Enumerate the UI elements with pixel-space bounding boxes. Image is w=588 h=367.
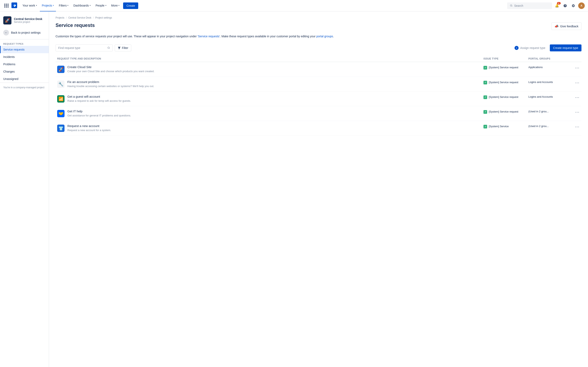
settings-button[interactable] <box>570 2 577 9</box>
row-title[interactable]: Create Cloud Site <box>67 65 154 69</box>
search-box[interactable] <box>507 2 552 9</box>
create-button[interactable]: Create <box>123 2 138 9</box>
project-icon: 🚀 <box>3 16 11 25</box>
issue-type-badge: ✓ <box>484 66 487 69</box>
sidebar-project-type: Service project <box>14 21 42 24</box>
apps-grid-icon <box>4 4 9 8</box>
sidebar-item-label: Service requests <box>3 48 25 51</box>
row-description: Get assistance for general IT problems a… <box>67 114 131 117</box>
row-description: Raise a request to ask for temp wifi acc… <box>67 99 131 103</box>
portal-groups-link[interactable]: portal groups <box>316 35 333 38</box>
row-more-button[interactable]: ··· <box>573 95 581 100</box>
breadcrumb-central-service-desk[interactable]: Central Service Desk <box>68 16 91 19</box>
sidebar-item-incidents[interactable]: Incidents <box>0 53 49 60</box>
assign-request-type-button[interactable]: i Assign request type <box>512 44 548 52</box>
help-icon <box>563 4 567 8</box>
nav-people[interactable]: People ▾ <box>94 0 108 11</box>
row-main: 🤝 Get IT help Get assistance for general… <box>56 109 484 117</box>
nav-filters[interactable]: Filters ▾ <box>57 0 70 11</box>
sidebar-item-unassigned[interactable]: Unassigned <box>0 75 49 83</box>
table-row: 🚀 Create Cloud Site Create your own Clou… <box>56 62 581 77</box>
top-navigation: Your work ▾ Projects ▾ Filters ▾ Dashboa… <box>0 0 588 11</box>
search-input[interactable] <box>514 4 549 7</box>
sidebar-project-info: Central Service Desk Service project <box>14 17 42 24</box>
row-icon: 🔧 <box>57 81 65 88</box>
back-to-project-settings[interactable]: ← Back to project settings <box>0 28 49 38</box>
row-description: Request a new account for a system. <box>67 128 111 132</box>
sidebar-item-label: Problems <box>3 63 15 66</box>
create-request-type-button[interactable]: Create request type <box>550 44 581 51</box>
col-header-issue-type: Issue type <box>484 57 528 60</box>
sidebar-project-header: 🚀 Central Service Desk Service project <box>0 15 49 28</box>
nav-more[interactable]: More ▾ <box>109 0 122 11</box>
sidebar-bottom-text: You're in a company-managed project <box>0 83 49 92</box>
find-request-type-input-wrapper[interactable] <box>56 44 113 51</box>
give-feedback-button[interactable]: 📣 Give feedback <box>552 22 582 30</box>
jira-logo[interactable] <box>11 2 17 9</box>
portal-groups-cell: (Used in 2 grou... <box>528 109 573 113</box>
service-requests-link[interactable]: 'Service requests' <box>198 35 220 38</box>
sidebar-project-name: Central Service Desk <box>14 17 42 21</box>
notifications-button[interactable]: 🔔 9+ <box>554 2 560 9</box>
breadcrumb: Projects / Central Service Desk / Projec… <box>56 16 581 19</box>
row-description: Create your own Cloud Site and choose wh… <box>67 69 154 73</box>
info-icon: i <box>515 46 519 50</box>
breadcrumb-projects[interactable]: Projects <box>56 16 64 19</box>
topnav-right: 🔔 9+ A <box>507 2 585 9</box>
chevron-down-icon: ▾ <box>90 4 91 7</box>
notification-badge: 9+ <box>557 2 561 4</box>
portal-groups-cell: (Used in 2 grou... <box>528 124 573 128</box>
sidebar-divider <box>0 39 49 39</box>
issue-type-badge: ✓ <box>484 125 487 128</box>
table-row: 🤝 Get IT help Get assistance for general… <box>56 106 581 121</box>
back-arrow-icon: ← <box>3 30 9 35</box>
row-more-button[interactable]: ··· <box>573 109 581 115</box>
sidebar-item-problems[interactable]: Problems <box>0 60 49 68</box>
issue-type-cell: ✓ [System] Service <box>484 124 528 128</box>
row-title[interactable]: Get a guest wifi account <box>67 95 131 98</box>
row-icon: 🤝 <box>57 110 65 117</box>
row-icon: 🚀 <box>57 66 65 73</box>
breadcrumb-project-settings: Project settings <box>95 16 112 19</box>
row-icon: 👕 <box>57 125 65 132</box>
filter-button[interactable]: Filter <box>115 44 131 51</box>
request-types-list: 🚀 Create Cloud Site Create your own Clou… <box>56 62 581 136</box>
issue-type-text: [System] Service request <box>489 95 518 99</box>
filter-label: Filter <box>122 46 128 50</box>
portal-groups-cell: Logins and Accounts <box>528 95 573 98</box>
main-content: Projects / Central Service Desk / Projec… <box>49 11 588 367</box>
row-title[interactable]: Get IT help <box>67 109 131 113</box>
back-label: Back to project settings <box>11 31 41 34</box>
row-main: 👕 Request a new account Request a new ac… <box>56 124 484 132</box>
row-more-button[interactable]: ··· <box>573 124 581 129</box>
row-title[interactable]: Request a new account <box>67 124 111 128</box>
issue-type-text: [System] Service request <box>489 110 518 114</box>
row-main: 🚀 Create Cloud Site Create your own Clou… <box>56 65 484 73</box>
row-main: 🔧 Fix an account problem Having trouble … <box>56 80 484 88</box>
row-main: 📶 Get a guest wifi account Raise a reque… <box>56 95 484 103</box>
help-button[interactable] <box>562 2 568 9</box>
nav-dashboards[interactable]: Dashboards ▾ <box>71 0 93 11</box>
sidebar-item-service-requests[interactable]: Service requests <box>0 46 49 53</box>
row-more-button[interactable]: ··· <box>573 80 581 85</box>
portal-groups-cell: Logins and Accounts <box>528 80 573 83</box>
issue-type-cell: ✓ [System] Service request <box>484 80 528 84</box>
sidebar-item-changes[interactable]: Changes <box>0 68 49 75</box>
filter-icon <box>118 47 121 49</box>
row-content: Create Cloud Site Create your own Cloud … <box>67 65 154 73</box>
find-request-type-input[interactable] <box>58 46 106 50</box>
row-more-button[interactable]: ··· <box>573 65 581 70</box>
issue-type-cell: ✓ [System] Service request <box>484 65 528 69</box>
row-title[interactable]: Fix an account problem <box>67 80 154 83</box>
nav-your-work[interactable]: Your work ▾ <box>20 0 39 11</box>
nav-projects[interactable]: Projects ▾ <box>40 0 56 11</box>
issue-type-text: [System] Service request <box>489 81 518 84</box>
avatar[interactable]: A <box>578 2 585 9</box>
request-types-section-label: REQUEST TYPES <box>0 41 49 46</box>
apps-grid-button[interactable] <box>3 2 10 9</box>
search-icon <box>510 4 513 7</box>
rocket-icon: 🚀 <box>5 18 10 23</box>
issue-type-cell: ✓ [System] Service request <box>484 109 528 114</box>
chevron-down-icon: ▾ <box>67 4 68 7</box>
issue-type-text: [System] Service <box>489 125 509 128</box>
